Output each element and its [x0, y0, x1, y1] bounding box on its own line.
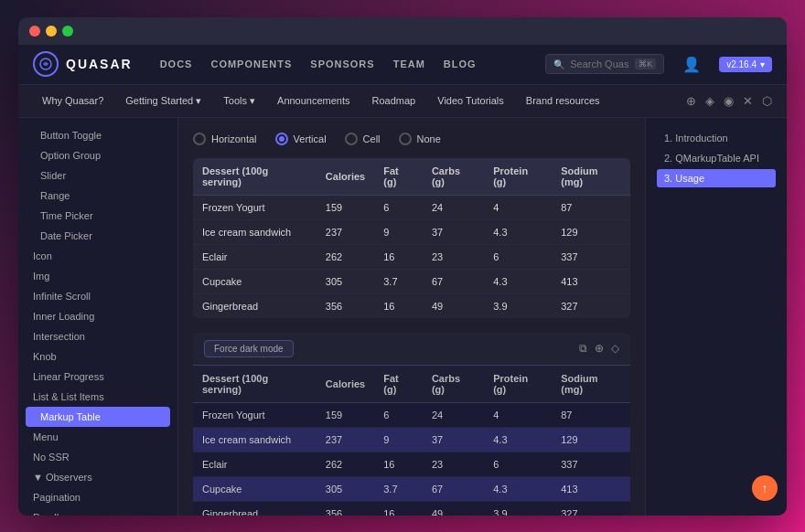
- th-fat1: Fat (g): [374, 158, 423, 196]
- brand-name: QUASAR: [66, 57, 133, 71]
- radio-horizontal-label: Horizontal: [211, 133, 257, 144]
- dark-section: Force dark mode ⧉ ⊕ ◇ Dessert (100g serv…: [193, 333, 630, 516]
- sidebar-item-no-ssr[interactable]: No SSR: [18, 447, 177, 467]
- logo-icon: [33, 51, 59, 77]
- content-area: Horizontal Vertical Cell None: [178, 118, 645, 516]
- dark-section-icons: ⧉ ⊕ ◇: [579, 342, 619, 355]
- radio-none[interactable]: None: [399, 133, 441, 145]
- sec-nav-tools[interactable]: Tools ▾: [214, 91, 264, 111]
- toc-item-introduction[interactable]: 1. Introduction: [657, 129, 776, 147]
- sidebar-item-knob[interactable]: Knob: [18, 346, 177, 367]
- radio-vertical-label: Vertical: [294, 133, 327, 144]
- minimize-button[interactable]: [46, 26, 57, 37]
- radio-horizontal[interactable]: Horizontal: [193, 133, 257, 145]
- facebook-icon[interactable]: ⬡: [762, 94, 772, 108]
- search-icon: 🔍: [553, 59, 564, 69]
- version-text: v2.16.4: [726, 59, 757, 69]
- traffic-lights: [29, 26, 73, 37]
- version-chevron: ▾: [760, 59, 765, 69]
- radio-group: Horizontal Vertical Cell None: [193, 133, 630, 145]
- sidebar-item-range[interactable]: Range: [18, 186, 177, 206]
- table-row: Gingerbread35616493.9327: [193, 501, 630, 516]
- sec-nav-video-tutorials[interactable]: Video Tutorials: [428, 91, 513, 110]
- toc-item-api[interactable]: 2. QMarkupTable API: [657, 149, 776, 167]
- sidebar-item-infinite-scroll[interactable]: Infinite Scroll: [18, 286, 177, 306]
- table-row: Eclair26216236337: [193, 452, 630, 476]
- sidebar-item-date-picker[interactable]: Date Picker: [18, 226, 177, 246]
- table2: Dessert (100g serving) Calories Fat (g) …: [193, 366, 630, 516]
- th-carbs2: Carbs (g): [423, 366, 484, 403]
- sidebar: Button Toggle Option Group Slider Range …: [18, 118, 178, 516]
- sec-nav-getting-started[interactable]: Getting Started ▾: [116, 91, 210, 111]
- nav-blog[interactable]: BLOG: [444, 59, 477, 69]
- th-fat2: Fat (g): [374, 366, 423, 403]
- sidebar-item-list-items[interactable]: List & List Items: [18, 387, 177, 407]
- radio-cell-circle: [345, 133, 358, 145]
- sidebar-item-parallax[interactable]: Parallax: [18, 507, 177, 516]
- sec-nav-why[interactable]: Why Quasar?: [33, 91, 113, 110]
- table-row: Ice cream sandwich2379374.3129: [193, 427, 630, 452]
- th-sodium1: Sodium (mg): [552, 158, 630, 196]
- main-area: Button Toggle Option Group Slider Range …: [18, 118, 787, 516]
- table-row: Cupcake3053.7674.3413: [193, 476, 630, 501]
- sidebar-item-button-toggle[interactable]: Button Toggle: [18, 125, 177, 145]
- nav-components[interactable]: COMPONENTS: [210, 59, 292, 69]
- scroll-top-button[interactable]: ↑: [752, 475, 778, 501]
- search-input[interactable]: [570, 59, 629, 69]
- nav-sponsors[interactable]: SPONSORS: [310, 59, 374, 69]
- sidebar-item-menu[interactable]: Menu: [18, 427, 177, 447]
- radio-horizontal-circle: [193, 133, 206, 145]
- github-icon[interactable]: ⊕: [686, 94, 696, 108]
- sidebar-item-img[interactable]: Img: [18, 266, 177, 286]
- scroll-top-icon: ↑: [762, 481, 768, 495]
- table-row: Ice cream sandwich2379374.3129: [193, 219, 630, 244]
- table-row: Frozen Yogurt159624487: [193, 195, 630, 219]
- secondary-nav: Why Quasar? Getting Started ▾ Tools ▾ An…: [18, 85, 787, 118]
- radio-none-circle: [399, 133, 412, 145]
- th-carbs1: Carbs (g): [423, 158, 484, 196]
- sidebar-item-inner-loading[interactable]: Inner Loading: [18, 306, 177, 326]
- sidebar-item-intersection[interactable]: Intersection: [18, 326, 177, 346]
- github-code-icon[interactable]: ⊕: [595, 342, 604, 355]
- sidebar-item-time-picker[interactable]: Time Picker: [18, 206, 177, 226]
- radio-cell-label: Cell: [363, 133, 381, 144]
- twitter-icon[interactable]: ✕: [743, 94, 753, 108]
- nav-links: DOCS COMPONENTS SPONSORS TEAM BLOG: [160, 59, 477, 69]
- maximize-button[interactable]: [62, 26, 73, 37]
- dark-section-header: Force dark mode ⧉ ⊕ ◇: [193, 333, 630, 366]
- th-calories2: Calories: [317, 366, 374, 403]
- expand-icon[interactable]: ◇: [611, 342, 619, 355]
- toc-item-usage[interactable]: 3. Usage: [657, 169, 776, 187]
- title-bar: [18, 17, 787, 45]
- th-protein2: Protein (g): [484, 366, 552, 403]
- sec-nav-roadmap[interactable]: Roadmap: [363, 91, 425, 110]
- sidebar-item-icon[interactable]: Icon: [18, 246, 177, 266]
- th-protein1: Protein (g): [484, 158, 552, 196]
- version-badge[interactable]: v2.16.4 ▾: [719, 57, 772, 72]
- radio-cell[interactable]: Cell: [345, 133, 381, 145]
- copy-icon[interactable]: ⧉: [579, 342, 587, 355]
- nav-docs[interactable]: DOCS: [160, 59, 193, 69]
- sidebar-item-slider[interactable]: Slider: [18, 165, 177, 186]
- profile-icon[interactable]: 👤: [682, 56, 701, 73]
- sec-nav-brand-resources[interactable]: Brand resources: [517, 91, 609, 110]
- th-dessert2: Dessert (100g serving): [193, 366, 317, 403]
- th-dessert1: Dessert (100g serving): [193, 158, 317, 196]
- radio-vertical[interactable]: Vertical: [275, 133, 327, 145]
- search-kbd: ⌘K: [635, 59, 656, 69]
- sidebar-item-observers[interactable]: ▼ Observers: [18, 467, 177, 487]
- sidebar-item-linear-progress[interactable]: Linear Progress: [18, 367, 177, 387]
- discord-icon[interactable]: ◈: [705, 94, 714, 108]
- search-bar[interactable]: 🔍 ⌘K: [545, 54, 664, 74]
- sec-nav-announcements[interactable]: Announcements: [268, 91, 360, 110]
- sidebar-item-option-group[interactable]: Option Group: [18, 145, 177, 165]
- close-button[interactable]: [29, 26, 40, 37]
- table-row: Gingerbread35616493.9327: [193, 293, 630, 318]
- sidebar-item-markup-table[interactable]: Markup Table: [26, 407, 170, 427]
- sidebar-item-pagination[interactable]: Pagination: [18, 487, 177, 507]
- logo-area: QUASAR: [33, 51, 133, 77]
- nav-team[interactable]: TEAM: [393, 59, 425, 69]
- chat-icon[interactable]: ◉: [724, 94, 734, 108]
- table1-section: Dessert (100g serving) Calories Fat (g) …: [193, 158, 630, 318]
- th-calories1: Calories: [317, 158, 374, 196]
